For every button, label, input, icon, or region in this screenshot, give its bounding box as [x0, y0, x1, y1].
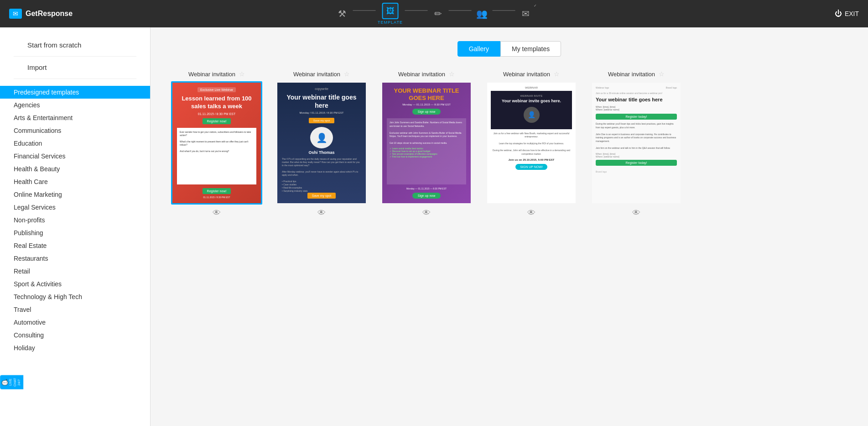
sidebar-item-online-marketing[interactable]: Online Marketing: [0, 188, 150, 201]
sidebar-divider-2: [14, 79, 136, 79]
wizard-step-confirm[interactable]: ✉✓: [518, 5, 534, 22]
sidebar-item-retail[interactable]: Retail: [0, 265, 150, 278]
wizard-step-edit[interactable]: ✏: [430, 5, 447, 22]
template-content-3: YOUR WEBINAR TITLE GOES HERE Monday — 01…: [382, 83, 471, 203]
sidebar-item-agencies[interactable]: Agencies: [0, 99, 150, 111]
live-chat-icon: 💬: [2, 379, 8, 387]
template-preview-3[interactable]: YOUR WEBINAR TITLE GOES HERE Monday — 01…: [381, 81, 472, 205]
wizard-step-recipients[interactable]: 👥: [474, 5, 490, 22]
preview-eye-5[interactable]: 👁: [632, 208, 640, 218]
wizard-connector-1: [353, 10, 375, 11]
template-title-4: Webinar invitation: [503, 71, 550, 78]
sidebar-item-nonprofits[interactable]: Non-profits: [0, 214, 150, 226]
template-card-2: Webinar invitation ☆ copywrite Your webi…: [274, 70, 369, 218]
logo-icon: [9, 9, 22, 19]
sidebar-item-realestate[interactable]: Real Estate: [0, 239, 150, 252]
import-link[interactable]: Import: [14, 63, 61, 71]
tools-icon: ⚒: [334, 5, 350, 22]
sidebar-item-tech[interactable]: Technology & High Tech: [0, 290, 150, 303]
template-card-header-5: Webinar invitation ☆: [588, 70, 684, 78]
edit-icon: ✏: [430, 5, 447, 22]
star-icon-3[interactable]: ☆: [449, 70, 455, 78]
template-content-1: Exclusive Live Webinar Lesson learned fr…: [172, 83, 261, 203]
wizard-step-template[interactable]: 🖼 TEMPLATE: [378, 3, 403, 25]
sidebar-item-predesigned[interactable]: Predesigned templates: [0, 86, 150, 99]
template-preview-5[interactable]: Webinar logo Brand logo Join us for a 30…: [591, 81, 682, 205]
wizard-connector-4: [493, 10, 515, 11]
template-title-3: Webinar invitation: [398, 71, 445, 78]
sidebar-divider-1: [14, 56, 136, 57]
template-card-header-1: Webinar invitation ☆: [169, 70, 265, 78]
sidebar-item-sport[interactable]: Sport & Activities: [0, 278, 150, 290]
top-navigation: GetResponse ⚒ 🖼 TEMPLATE ✏ 👥 ✉✓: [0, 0, 868, 27]
template-preview-2[interactable]: copywrite Your webinar title goes here M…: [276, 81, 367, 205]
sidebar-item-automotive[interactable]: Automotive: [0, 316, 150, 329]
sidebar-import-section: Import: [0, 63, 150, 72]
template-card-4: Webinar invitation ☆ WEBINAR WEBINAR INV…: [483, 70, 579, 218]
tab-my-templates[interactable]: My templates: [500, 41, 561, 57]
star-icon-5[interactable]: ☆: [659, 70, 665, 78]
star-icon-4[interactable]: ☆: [554, 70, 560, 78]
logo-area: GetResponse: [9, 9, 73, 19]
sidebar-item-financial[interactable]: Financial Services: [0, 150, 150, 163]
tab-bar: Gallery My templates: [169, 41, 850, 57]
start-from-scratch-link[interactable]: Start from scratch: [14, 41, 95, 49]
wizard-connector-2: [405, 10, 428, 11]
wizard-step-tools[interactable]: ⚒: [334, 5, 350, 22]
sidebar-item-publishing[interactable]: Publishing: [0, 226, 150, 239]
template-grid: Webinar invitation ☆ Exclusive Live Webi…: [169, 70, 850, 218]
template-card-5: Webinar invitation ☆ Webinar logo Brand …: [588, 70, 684, 218]
wizard-connector-3: [449, 10, 472, 11]
sidebar-item-restaurants[interactable]: Restaurants: [0, 252, 150, 265]
template-card-header-4: Webinar invitation ☆: [483, 70, 579, 78]
template-card-header-3: Webinar invitation ☆: [379, 70, 474, 78]
wizard-steps: ⚒ 🖼 TEMPLATE ✏ 👥 ✉✓: [334, 3, 534, 25]
main-layout: Start from scratch Import Predesigned te…: [0, 27, 868, 426]
confirm-icon: ✉✓: [518, 5, 534, 22]
exit-label: EXIT: [845, 10, 859, 17]
template-title-5: Webinar invitation: [608, 71, 655, 78]
template-content-5: Webinar logo Brand logo Join us for a 30…: [592, 83, 681, 203]
live-chat-widget[interactable]: 💬 LIVECHAT24/7: [0, 375, 23, 389]
preview-eye-1[interactable]: 👁: [213, 208, 221, 218]
star-icon-2[interactable]: ☆: [344, 70, 350, 78]
exit-button[interactable]: ⏻ EXIT: [835, 10, 859, 18]
content-area: Gallery My templates Webinar invitation …: [151, 27, 868, 426]
sidebar-item-travel[interactable]: Travel: [0, 303, 150, 316]
template-content-4: WEBINAR WEBINAR INVITE Your webinar invi…: [487, 83, 576, 203]
template-card-header-2: Webinar invitation ☆: [274, 70, 369, 78]
sidebar-item-holiday[interactable]: Holiday: [0, 342, 150, 354]
template-title-1: Webinar invitation: [188, 71, 235, 78]
template-card-3: Webinar invitation ☆ YOUR WEBINAR TITLE …: [379, 70, 474, 218]
preview-eye-2[interactable]: 👁: [317, 208, 326, 218]
template-title-2: Webinar invitation: [293, 71, 340, 78]
tab-gallery[interactable]: Gallery: [457, 41, 500, 57]
template-preview-1[interactable]: Exclusive Live Webinar Lesson learned fr…: [171, 81, 262, 205]
sidebar-item-legal[interactable]: Legal Services: [0, 201, 150, 214]
sidebar: Start from scratch Import Predesigned te…: [0, 27, 151, 426]
template-card-1: Webinar invitation ☆ Exclusive Live Webi…: [169, 70, 265, 218]
logo-text: GetResponse: [26, 10, 73, 18]
preview-eye-4[interactable]: 👁: [527, 208, 535, 218]
sidebar-item-consulting[interactable]: Consulting: [0, 329, 150, 342]
sidebar-start-section: Start from scratch: [0, 41, 150, 49]
template-preview-4[interactable]: WEBINAR WEBINAR INVITE Your webinar invi…: [486, 81, 577, 205]
preview-eye-3[interactable]: 👁: [422, 208, 431, 218]
template-icon: 🖼: [382, 3, 399, 19]
sidebar-item-health-care[interactable]: Health Care: [0, 175, 150, 188]
sidebar-item-education[interactable]: Education: [0, 137, 150, 150]
star-icon-1[interactable]: ☆: [239, 70, 245, 78]
sidebar-item-arts[interactable]: Arts & Entertainment: [0, 111, 150, 124]
power-icon: ⏻: [835, 10, 842, 18]
template-content-2: copywrite Your webinar title goes here M…: [277, 83, 366, 203]
live-chat-label: LIVECHAT24/7: [9, 378, 21, 387]
recipients-icon: 👥: [474, 5, 490, 22]
template-label: TEMPLATE: [378, 20, 403, 25]
sidebar-item-health-beauty[interactable]: Health & Beauty: [0, 163, 150, 175]
sidebar-item-communications[interactable]: Communications: [0, 124, 150, 137]
